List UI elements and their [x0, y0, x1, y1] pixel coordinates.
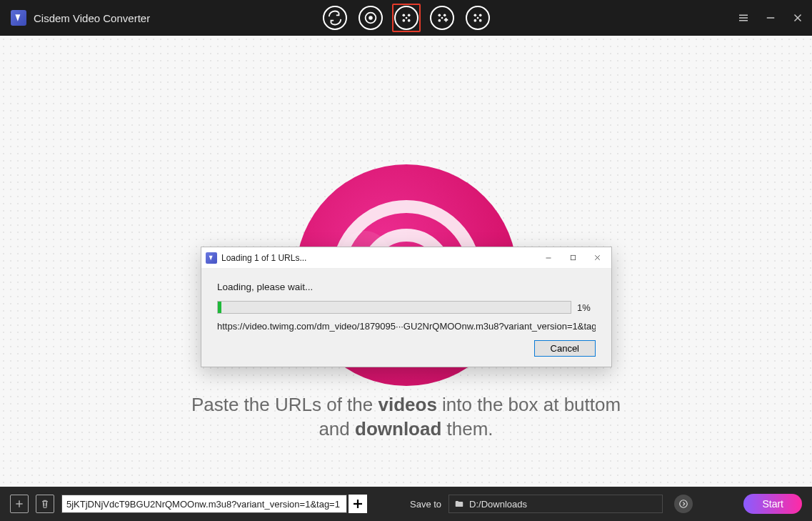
tab-edit[interactable] — [466, 6, 490, 30]
svg-point-1 — [369, 16, 372, 19]
url-input[interactable] — [61, 495, 347, 513]
instruction-bold-videos: videos — [378, 394, 436, 415]
progress-fill — [218, 302, 221, 313]
svg-point-3 — [402, 14, 405, 17]
dialog-app-icon — [206, 252, 217, 264]
mode-tabs — [323, 6, 490, 30]
svg-point-5 — [402, 19, 405, 22]
svg-point-31 — [680, 500, 688, 508]
instruction-part: Paste the URLs of the — [191, 394, 379, 415]
instruction-part: them. — [441, 418, 493, 440]
add-url-button[interactable] — [349, 495, 367, 513]
main-area: Paste the URLs of the videos into the bo… — [0, 36, 812, 487]
loading-status-text: Loading, please wait... — [217, 282, 596, 292]
svg-point-8 — [438, 14, 441, 17]
title-bar: Cisdem Video Converter — [0, 0, 812, 36]
svg-point-15 — [478, 19, 481, 22]
svg-point-10 — [438, 19, 441, 22]
folder-icon — [453, 499, 465, 509]
loading-url-text: https://video.twimg.com/dm_video/1879095… — [217, 321, 596, 332]
save-to-path: D:/Downloads — [469, 499, 527, 510]
close-button[interactable] — [791, 11, 805, 25]
svg-rect-24 — [571, 255, 575, 259]
cancel-button[interactable]: Cancel — [534, 340, 596, 357]
app-logo-icon — [11, 10, 26, 26]
dialog-minimize-button[interactable] — [543, 252, 554, 264]
progress-percent-label: 1% — [577, 302, 596, 313]
start-button[interactable]: Start — [743, 494, 802, 514]
instruction-part: into the box at buttom — [437, 394, 621, 415]
svg-point-14 — [473, 19, 476, 22]
bottom-toolbar: Save to D:/Downloads Start — [0, 487, 812, 521]
minimize-button[interactable] — [763, 11, 778, 25]
tab-convert[interactable] — [323, 6, 347, 30]
svg-point-9 — [443, 14, 446, 17]
save-to-label: Save to — [410, 499, 441, 510]
open-folder-button[interactable] — [674, 495, 693, 513]
instruction-text: Paste the URLs of the videos into the bo… — [0, 393, 812, 442]
app-title: Cisdem Video Converter — [34, 12, 150, 24]
progress-row: 1% — [217, 301, 596, 314]
progress-bar — [217, 301, 571, 314]
delete-button[interactable] — [36, 495, 54, 513]
svg-point-4 — [407, 14, 410, 17]
save-to-field[interactable]: D:/Downloads — [448, 495, 663, 513]
tab-rip[interactable] — [359, 6, 383, 30]
instruction-bold-download: download — [355, 418, 441, 440]
dialog-title: Loading 1 of 1 URLs... — [221, 253, 543, 263]
dialog-body: Loading, please wait... 1% https://video… — [201, 269, 611, 367]
svg-point-7 — [405, 17, 407, 19]
app-window: { "app": { "title": "Cisdem Video Conver… — [0, 0, 812, 521]
tab-download[interactable] — [394, 6, 418, 30]
url-input-group — [61, 495, 367, 513]
svg-point-2 — [400, 12, 412, 24]
dialog-close-button[interactable] — [591, 252, 603, 264]
svg-point-13 — [478, 14, 481, 17]
add-file-button[interactable] — [10, 495, 29, 513]
loading-dialog: Loading 1 of 1 URLs... Loading, please w… — [201, 247, 612, 367]
svg-point-16 — [476, 17, 478, 19]
dialog-maximize-button[interactable] — [567, 252, 578, 264]
window-controls — [736, 11, 805, 25]
tab-download-plus[interactable] — [430, 6, 454, 30]
menu-button[interactable] — [736, 11, 751, 25]
svg-point-11 — [441, 17, 443, 19]
dialog-titlebar: Loading 1 of 1 URLs... — [201, 247, 611, 269]
svg-point-12 — [473, 14, 476, 17]
instruction-part: and — [319, 418, 355, 440]
svg-point-6 — [407, 19, 410, 22]
